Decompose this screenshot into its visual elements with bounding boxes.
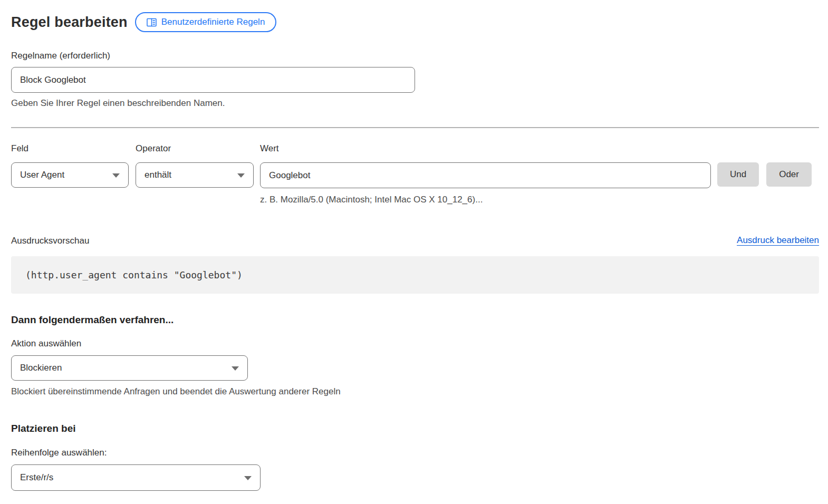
- action-heading: Dann folgendermaßen verfahren...: [11, 314, 819, 326]
- chevron-down-icon: [232, 366, 239, 371]
- rule-name-input[interactable]: [11, 67, 415, 93]
- value-label: Wert: [260, 143, 711, 153]
- rule-name-label: Regelname (erforderlich): [11, 51, 819, 61]
- placement-section: Platzieren bei Reihenfolge auswählen: Er…: [11, 423, 819, 491]
- chevron-down-icon: [237, 173, 245, 178]
- order-select-value: Erste/r/s: [20, 472, 53, 483]
- or-button[interactable]: Oder: [766, 162, 812, 187]
- operator-column: Operator enthält: [136, 143, 254, 188]
- action-section: Dann folgendermaßen verfahren... Aktion …: [11, 314, 819, 397]
- action-help: Blockiert übereinstimmende Anfragen und …: [11, 386, 819, 397]
- field-select[interactable]: User Agent: [11, 162, 129, 188]
- rule-editor-page: Regel bearbeiten Benutzerdefinierte Rege…: [0, 0, 828, 491]
- order-select[interactable]: Erste/r/s: [11, 464, 261, 491]
- expression-header: Ausdrucksvorschau Ausdruck bearbeiten: [11, 235, 819, 246]
- custom-rules-button[interactable]: Benutzerdefinierte Regeln: [135, 12, 277, 32]
- action-label: Aktion auswählen: [11, 338, 819, 348]
- and-button[interactable]: Und: [717, 162, 759, 187]
- field-select-value: User Agent: [20, 170, 64, 180]
- condition-row: Feld User Agent Operator enthält Wert z.…: [11, 143, 819, 205]
- field-column: Feld User Agent: [11, 143, 129, 188]
- value-help: z. B. Mozilla/5.0 (Macintosh; Intel Mac …: [260, 194, 711, 205]
- expression-preview-label: Ausdrucksvorschau: [11, 236, 89, 246]
- placement-heading: Platzieren bei: [11, 423, 819, 434]
- logic-buttons: Und Oder: [717, 162, 812, 187]
- chevron-down-icon: [112, 173, 120, 178]
- rule-name-section: Regelname (erforderlich) Geben Sie Ihrer…: [11, 51, 819, 109]
- operator-select-value: enthält: [145, 170, 171, 180]
- field-label: Feld: [11, 143, 129, 153]
- value-input[interactable]: [260, 162, 711, 188]
- chevron-down-icon: [244, 476, 252, 480]
- value-column: Wert z. B. Mozilla/5.0 (Macintosh; Intel…: [260, 143, 711, 205]
- rule-name-help: Geben Sie Ihrer Regel einen beschreibend…: [11, 98, 819, 109]
- custom-rules-button-label: Benutzerdefinierte Regeln: [161, 17, 265, 27]
- expression-code: (http.user_agent contains "Googlebot"): [25, 269, 243, 280]
- expression-code-block: (http.user_agent contains "Googlebot"): [11, 256, 819, 294]
- action-select-value: Blockieren: [20, 363, 62, 373]
- edit-expression-link[interactable]: Ausdruck bearbeiten: [737, 235, 819, 246]
- action-select[interactable]: Blockieren: [11, 355, 248, 381]
- open-book-icon: [147, 18, 157, 27]
- operator-select[interactable]: enthält: [136, 162, 254, 188]
- section-divider: [11, 127, 819, 128]
- operator-label: Operator: [136, 143, 254, 153]
- title-row: Regel bearbeiten Benutzerdefinierte Rege…: [11, 12, 819, 33]
- page-title: Regel bearbeiten: [11, 14, 128, 31]
- placement-label: Reihenfolge auswählen:: [11, 448, 819, 458]
